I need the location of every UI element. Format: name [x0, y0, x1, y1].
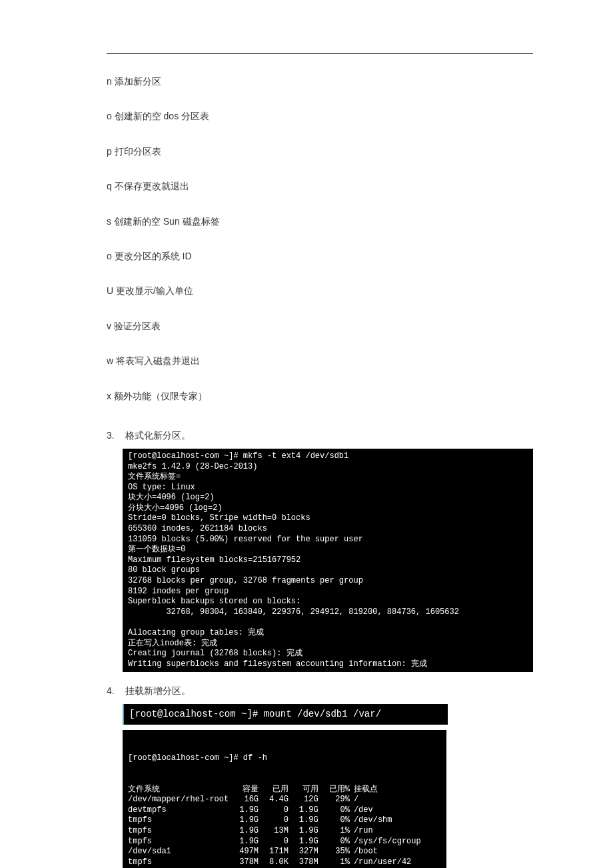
df-command-line: [root@localhost-com ~]# df -h: [128, 753, 441, 764]
df-table: 文件系统 容量 已用 可用 已用% 挂载点 /dev/mapper/rhel-r…: [128, 785, 425, 868]
step-4: 4. 挂载新增分区。: [107, 685, 533, 697]
terminal-mount-cmd: [root@localhost-com ~]# mount /dev/sdb1 …: [123, 704, 448, 724]
step-number: 4.: [107, 685, 123, 696]
table-row: /dev/sda1 497M 171M 327M 35% /boot: [128, 847, 425, 857]
option-item: n 添加新分区: [107, 74, 533, 89]
table-row: tmpfs 1.9G 13M 1.9G 1% /run: [128, 826, 425, 837]
option-item: s 创建新的空 Sun 磁盘标签: [107, 214, 533, 229]
df-header-used: 已用: [263, 785, 293, 795]
table-row: tmpfs 1.9G 0 1.9G 0% /sys/fs/cgroup: [128, 837, 425, 847]
option-item: p 打印分区表: [107, 144, 533, 159]
option-item: U 更改显示/输入单位: [107, 283, 533, 298]
table-row: tmpfs 378M 8.0K 378M 1% /run/user/42: [128, 857, 425, 868]
df-header-size: 容量: [233, 785, 263, 795]
table-row: devtmpfs 1.9G 0 1.9G 0% /dev: [128, 805, 425, 816]
table-row: /dev/mapper/rhel-root 16G 4.4G 12G 29% /: [128, 795, 425, 805]
option-item: q 不保存更改就退出: [107, 179, 533, 193]
terminal-mkfs-output: [root@localhost-com ~]# mkfs -t ext4 /de…: [123, 449, 533, 672]
step-text: 挂载新增分区。: [125, 685, 191, 696]
step-text: 格式化新分区。: [125, 430, 191, 441]
terminal-df-output: [root@localhost-com ~]# df -h 文件系统 容量 已用…: [123, 730, 446, 868]
option-item: o 更改分区的系统 ID: [107, 249, 533, 263]
step-number: 3.: [107, 430, 123, 441]
df-header-mount: 挂载点: [354, 785, 425, 795]
df-header-fs: 文件系统: [128, 785, 233, 795]
option-item: v 验证分区表: [107, 319, 533, 333]
step-3: 3. 格式化新分区。: [107, 430, 533, 442]
df-header-row: 文件系统 容量 已用 可用 已用% 挂载点: [128, 785, 425, 795]
df-header-avail: 可用: [293, 785, 322, 795]
fdisk-options-list: n 添加新分区 o 创建新的空 dos 分区表 p 打印分区表 q 不保存更改就…: [107, 74, 533, 403]
option-item: o 创建新的空 dos 分区表: [107, 109, 533, 123]
option-item: w 将表写入磁盘并退出: [107, 353, 533, 368]
option-item: x 额外功能（仅限专家）: [107, 389, 533, 403]
table-row: tmpfs 1.9G 0 1.9G 0% /dev/shm: [128, 815, 425, 826]
page-divider: [107, 53, 533, 54]
df-header-usep: 已用%: [322, 785, 354, 795]
